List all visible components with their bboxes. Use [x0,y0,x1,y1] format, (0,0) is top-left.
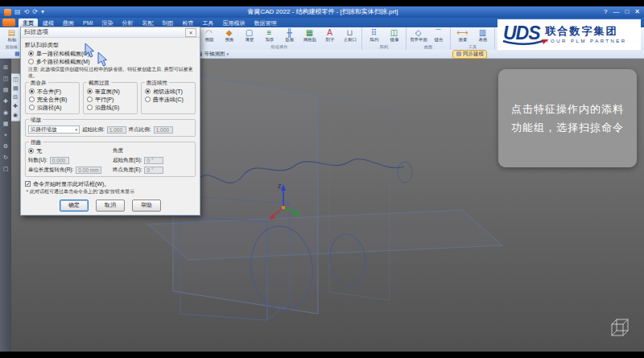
navigator-tab-4[interactable]: ✚ [13,103,19,109]
chevron-down-icon: ▾ [226,51,229,56]
view-cube-widget[interactable] [612,319,628,335]
dialog-close-button[interactable]: ✕ [185,28,196,37]
app-menu-button[interactable] [2,19,15,27]
cancel-button[interactable]: 取消 [96,200,125,212]
ribbon-rib-button[interactable]: ╫ 筋板 [279,28,299,43]
sync-modeling-icon: ▧ [456,51,461,57]
radio-curvature-continuous[interactable] [145,97,151,102]
ribbon-sew-button[interactable]: ⌒ 缝合 [428,28,448,43]
left-toolbar-button-1[interactable]: ⊞ [3,64,8,71]
ribbon-thicken-button[interactable]: ≡ 加厚 [259,28,279,43]
ribbon-round-button[interactable]: ◠ 倒圆 [199,28,219,43]
dialog-title: 扫掠选项 [24,28,48,36]
tab-data-management[interactable]: 数据管理 [250,19,280,27]
radio-twist-none-label: 无 [36,147,42,154]
ribbon-chamfer-button[interactable]: ◆ 倒角 [219,28,239,43]
ribbon-measure-button[interactable]: ⟷ 测量 [452,28,473,43]
thicken-icon: ≡ [267,28,272,37]
ribbon-pattern-button[interactable]: ⠿ 阵列 [364,28,384,43]
left-toolbar-button-4[interactable]: ✚ [3,98,8,105]
ribbon-button-label: 粘贴 [7,37,16,42]
radio-tangent-continuous[interactable] [145,88,151,94]
radio-tangent-continuous-label: 相切连续(T) [153,88,183,95]
radio-twist-none[interactable] [28,148,34,154]
radio-normal-plane[interactable] [87,88,93,94]
letterbox-bottom [0,352,644,358]
radio-curvature-continuous-label: 曲率连续(C) [153,96,184,103]
end-angle-input[interactable]: 0 ° [144,167,163,174]
minimize-button[interactable]: — [613,6,619,18]
navigator-tab-2[interactable]: ▤ [13,85,19,92]
navigator-tab-3[interactable]: ⊟ [13,94,19,101]
radio-full-merge-label: 完全合并(B) [37,96,67,103]
ribbon-relief-button[interactable]: ⊔ 止裂口 [340,28,360,43]
maximize-button[interactable]: □ [625,6,629,18]
ribbon-grid-rib-button[interactable]: ▦ 网格筋 [299,28,320,43]
radio-no-merge[interactable] [29,88,35,94]
ribbon-button-label: 阵列 [369,37,378,42]
twist-rate-input[interactable]: 0.00 mm [76,167,101,174]
tab-tools[interactable]: 工具 [198,19,217,27]
radio-normal-plane-label: 垂直面(N) [95,88,120,95]
radio-along-curve[interactable] [87,105,93,110]
ribbon-thinwall-button[interactable]: ▢ 薄壁 [239,28,259,43]
face-continuity-group: 面连续性 相切连续(T) 曲率连续(C) [141,82,196,114]
ribbon-group-pattern: ⠿ 阵列 ◫ 镜像 阵列 [362,27,407,50]
scale-label: 缩放 [29,117,43,122]
ribbon-button-label: 镜像 [390,37,398,42]
navigator-tab-5[interactable]: ◉ [13,112,19,118]
start-scale-input[interactable]: 1.000 [107,126,126,134]
end-scale-input[interactable]: 1.000 [154,126,173,134]
left-toolbar-button-8[interactable]: ⚙ [3,143,8,150]
close-button[interactable]: ✕ [634,6,640,18]
paste-icon: ▤ [8,28,15,37]
left-toolbar-button-2[interactable]: ◫ [3,76,9,82]
dialog-title-bar[interactable]: 扫掠选项 ✕ [21,27,200,38]
scale-method-value: 沿路径缩放 [31,126,57,134]
ribbon-button-label: 网格筋 [303,37,316,42]
show-dialog-checkbox[interactable] [25,181,31,187]
ribbon-bounded-plane-button[interactable]: ◇ 有界平面 [408,28,428,43]
radio-single-path[interactable] [28,51,34,56]
logo-swoosh [502,39,548,47]
start-angle-input[interactable]: 0 ° [144,157,163,164]
turns-input[interactable]: 0.000 [50,157,69,164]
ribbon-engrave-button[interactable]: A 刻字 [320,28,340,43]
quick-access-dropdown-icon[interactable]: ▾ [41,6,44,18]
radio-full-merge[interactable] [29,97,35,102]
help-button-dialog[interactable]: 帮助 [132,200,161,212]
show-dialog-checkbox-label: 命令开始时显示此对话框(W)。 [33,180,109,187]
save-icon[interactable]: ▤ [14,6,21,18]
face-merge-group: 面合并 不合并(F) 完全合并(B) 沿路径(A) [25,82,80,114]
radio-multi-path[interactable] [28,59,34,64]
face-continuity-label: 面连续性 [145,80,169,85]
app-icon [4,9,11,16]
ribbon-group-label: 工具 [456,44,490,50]
tab-applications[interactable]: 应用模块 [218,19,249,27]
radio-along-path[interactable] [29,105,35,110]
radio-parallel[interactable] [87,97,93,102]
table-icon: ▥ [479,28,486,37]
help-button[interactable]: ? [604,6,607,18]
left-toolbar-button-6[interactable]: ▦ [3,121,9,127]
navigator-tab-1[interactable]: ◫ [13,76,19,83]
section-transition-group: 截面过渡 垂直面(N) 平行(P) 沿曲线(S) [83,82,138,114]
scale-method-select[interactable]: 沿路径缩放 ▾ [28,126,80,134]
left-toolbar-button-7[interactable]: ⌖ [4,132,7,138]
left-toolbar-button-3[interactable]: ▤ [3,87,9,93]
isometric-view-selector[interactable]: ◪ 等轴测图 ▾ [197,51,229,58]
left-toolbar-button-5[interactable]: ◉ [3,109,8,116]
pattern-icon: ⠿ [371,28,377,37]
ok-button[interactable]: 确定 [60,200,89,212]
left-toolbar-button-9[interactable]: ↻ [3,154,8,161]
left-toolbar-button-10[interactable]: ▢ [3,166,9,172]
ribbon-table-button[interactable]: ▥ 表格 [473,28,493,43]
ribbon-paste-button[interactable]: ▤ 粘贴 [2,28,22,43]
sync-modeling-toggle[interactable]: ▧ 同步建模 [453,51,486,58]
ribbon-button-label: 止裂口 [343,37,356,42]
ribbon-group-label: 剪贴板 [3,44,20,50]
undo-icon[interactable]: ⟲ [24,6,30,18]
ribbon-mirror-button[interactable]: ◫ 镜像 [384,28,404,43]
redo-icon[interactable]: ⟳ [32,6,38,18]
rib-icon: ╫ [287,28,292,37]
